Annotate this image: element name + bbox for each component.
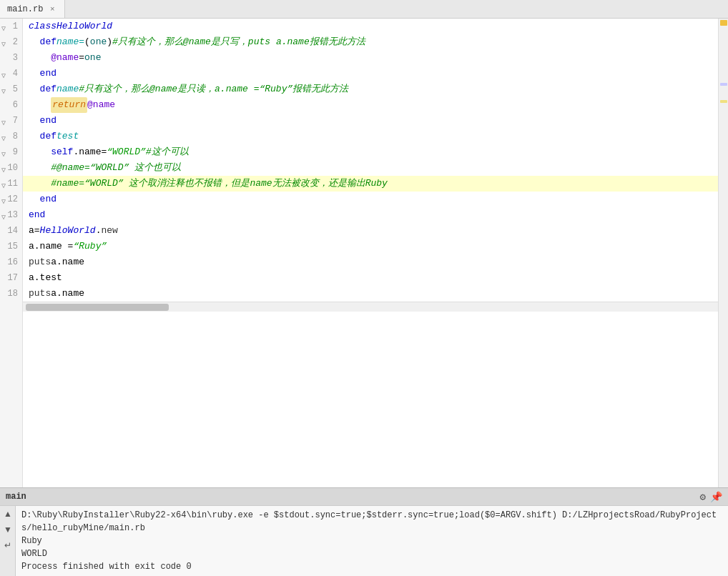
line-number-8: ▽8: [0, 129, 22, 144]
code-area[interactable]: class HelloWorld def name=(one) #只有这个，那么…: [23, 19, 718, 487]
line-number-17: 17: [0, 270, 22, 286]
pin-icon[interactable]: 📌: [710, 491, 722, 503]
terminal-output: D:\Ruby\RubyInstaller\Ruby22-x64\bin\rub…: [16, 506, 728, 576]
horizontal-scrollbar[interactable]: [23, 302, 718, 312]
vertical-scrollbar[interactable]: [718, 19, 728, 487]
code-line-14[interactable]: a=HelloWorld.new: [23, 223, 718, 239]
code-line-15[interactable]: a.name =“Ruby”: [23, 239, 718, 254]
scroll-top-indicator: [720, 20, 727, 26]
line-number-18: 18: [0, 286, 22, 302]
code-line-1[interactable]: class HelloWorld: [23, 19, 718, 34]
code-line-16[interactable]: puts a.name: [23, 254, 718, 270]
code-line-17[interactable]: a.test: [23, 270, 718, 286]
line-numbers: ▽1▽23▽4▽56▽7▽8▽9▽10▽11▽12▽131415161718: [0, 19, 23, 487]
tab-label: main.rb: [7, 4, 43, 14]
h-scroll-thumb[interactable]: [26, 304, 169, 311]
bottom-content: ▲ ▼ ↵ D:\Ruby\RubyInstaller\Ruby22-x64\b…: [0, 506, 728, 576]
line-number-4: ▽4: [0, 66, 22, 81]
nav-down-button[interactable]: ▼: [0, 522, 16, 537]
code-line-9[interactable]: self.name=“WORLD” #这个可以: [23, 144, 718, 160]
editor-container: ▽1▽23▽4▽56▽7▽8▽9▽10▽11▽12▽131415161718 c…: [0, 19, 728, 487]
line-number-12: ▽12: [0, 192, 22, 207]
code-line-12[interactable]: end: [23, 192, 718, 207]
bottom-panel-icons: ⚙ 📌: [700, 491, 722, 503]
bottom-panel: main ⚙ 📌 ▲ ▼ ↵ D:\Ruby\RubyInstaller\Rub…: [0, 487, 728, 576]
scroll-mid-indicator: [720, 83, 727, 86]
line-number-13: ▽13: [0, 207, 22, 223]
nav-enter-button[interactable]: ↵: [0, 537, 16, 553]
bottom-nav-buttons: ▲ ▼ ↵: [0, 506, 16, 576]
code-line-13[interactable]: end: [23, 207, 718, 223]
terminal-output-line-3: Process finished with exit code 0: [21, 560, 722, 573]
code-line-6[interactable]: return @name: [23, 97, 718, 113]
line-number-11: ▽11: [0, 176, 22, 192]
code-line-10[interactable]: #@name=“WORLD” 这个也可以: [23, 160, 718, 176]
line-number-5: ▽5: [0, 81, 22, 97]
bottom-panel-title: main: [6, 492, 26, 502]
line-number-7: ▽7: [0, 113, 22, 129]
code-line-4[interactable]: end: [23, 66, 718, 81]
tab-close-icon[interactable]: ×: [47, 4, 57, 14]
code-line-18[interactable]: puts a.name: [23, 286, 718, 302]
code-line-3[interactable]: @name=one: [23, 50, 718, 66]
main-tab[interactable]: main.rb ×: [0, 0, 65, 18]
line-number-16: 16: [0, 254, 22, 270]
terminal-output-line-0: Ruby: [21, 535, 722, 547]
tab-bar: main.rb ×: [0, 0, 728, 19]
code-line-7[interactable]: end: [23, 113, 718, 129]
code-line-8[interactable]: def test: [23, 129, 718, 144]
terminal-command: D:\Ruby\RubyInstaller\Ruby22-x64\bin\rub…: [21, 509, 722, 535]
code-line-11[interactable]: #name=“WORLD” 这个取消注释也不报错，但是name无法被改变，还是输…: [23, 176, 718, 192]
line-number-3: 3: [0, 50, 22, 66]
bottom-panel-header: main ⚙ 📌: [0, 487, 728, 506]
terminal-output-line-1: WORLD: [21, 547, 722, 560]
code-line-2[interactable]: def name=(one) #只有这个，那么@name是只写，puts a.n…: [23, 34, 718, 50]
settings-icon[interactable]: ⚙: [700, 491, 706, 503]
line-number-1: ▽1: [0, 19, 22, 34]
line-number-6: 6: [0, 97, 22, 113]
scroll-bottom-indicator: [720, 100, 727, 103]
line-number-9: ▽9: [0, 144, 22, 160]
line-number-15: 15: [0, 239, 22, 254]
line-number-2: ▽2: [0, 34, 22, 50]
code-lines: class HelloWorld def name=(one) #只有这个，那么…: [23, 19, 718, 302]
line-number-14: 14: [0, 223, 22, 239]
code-line-5[interactable]: def name #只有这个，那么@name是只读，a.name =“Ruby”…: [23, 81, 718, 97]
line-number-10: ▽10: [0, 160, 22, 176]
nav-up-button[interactable]: ▲: [0, 506, 16, 522]
